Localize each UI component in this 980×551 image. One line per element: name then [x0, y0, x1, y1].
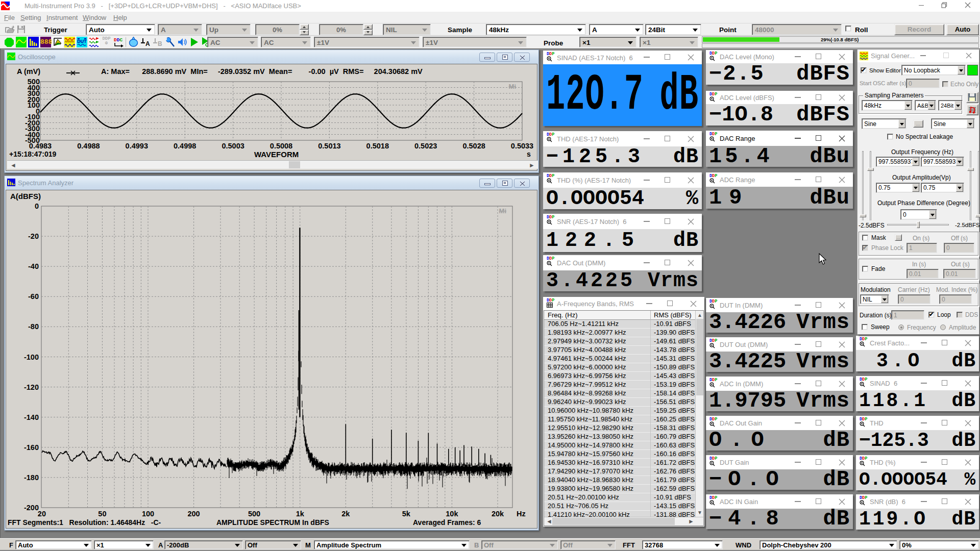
svg-text:0.4998: 0.4998 [174, 142, 196, 150]
svg-text:Mi: Mi [499, 207, 506, 215]
svg-text:0: 0 [35, 202, 39, 210]
svg-text:0.5013: 0.5013 [318, 142, 340, 150]
svg-text:500: 500 [248, 510, 260, 518]
svg-text:Mi: Mi [509, 83, 516, 90]
svg-text:0.4983: 0.4983 [29, 142, 52, 150]
svg-text:Hz: Hz [517, 510, 526, 518]
svg-text:0.5003: 0.5003 [222, 142, 244, 150]
svg-text:-40: -40 [28, 262, 39, 270]
svg-text:10k: 10k [446, 510, 458, 518]
svg-text:B: B [158, 40, 162, 47]
svg-text:20k: 20k [492, 510, 504, 518]
svg-text:-100: -100 [24, 353, 39, 361]
svg-text:A: A [145, 40, 150, 47]
svg-text:-140: -140 [24, 413, 39, 421]
svg-text:-20: -20 [28, 232, 39, 240]
svg-text:0.5018: 0.5018 [366, 142, 389, 150]
svg-text:-180: -180 [24, 473, 39, 482]
svg-text:0.4988: 0.4988 [77, 142, 100, 150]
svg-text:2k: 2k [341, 510, 350, 518]
svg-text:100: 100 [142, 510, 154, 518]
svg-text:200: 200 [187, 510, 200, 518]
svg-text:0.5023: 0.5023 [414, 142, 437, 150]
svg-text:0.5008: 0.5008 [270, 142, 292, 150]
svg-text:-80: -80 [28, 322, 39, 331]
svg-text:-60: -60 [28, 292, 39, 300]
svg-text:DUT: DUT [77, 39, 87, 44]
svg-text:1k: 1k [296, 510, 305, 518]
svg-text:0.4993: 0.4993 [126, 142, 148, 150]
svg-text:0.5028: 0.5028 [462, 142, 485, 150]
svg-text:0.5033: 0.5033 [511, 142, 533, 150]
svg-text:5k: 5k [402, 510, 411, 518]
svg-text:DDC: DDC [114, 37, 122, 43]
svg-text:-200: -200 [24, 504, 39, 512]
svg-text:20: 20 [38, 510, 46, 518]
svg-text:-160: -160 [24, 443, 39, 452]
svg-text:50: 50 [98, 510, 106, 518]
svg-text:-120: -120 [24, 383, 39, 391]
